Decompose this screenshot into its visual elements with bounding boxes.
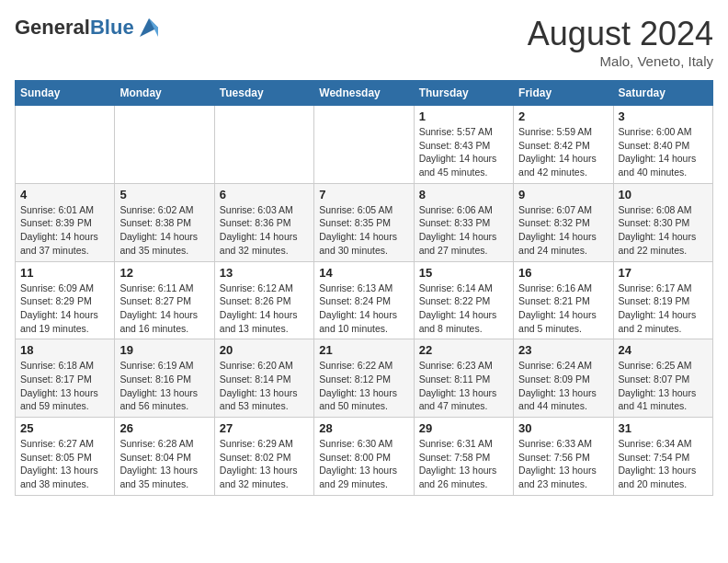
calendar-cell (115, 106, 214, 184)
day-detail: Sunrise: 6:27 AMSunset: 8:05 PMDaylight:… (20, 437, 109, 491)
day-detail: Sunrise: 6:18 AMSunset: 8:17 PMDaylight:… (20, 359, 109, 413)
logo: GeneralBlue (15, 15, 162, 40)
day-detail: Sunrise: 6:20 AMSunset: 8:14 PMDaylight:… (220, 359, 309, 413)
day-detail: Sunrise: 6:30 AMSunset: 8:00 PMDaylight:… (319, 437, 408, 491)
col-header-thursday: Thursday (414, 81, 513, 106)
calendar-cell: 15Sunrise: 6:14 AMSunset: 8:22 PMDayligh… (414, 261, 513, 339)
calendar-cell: 28Sunrise: 6:30 AMSunset: 8:00 PMDayligh… (314, 418, 414, 496)
calendar-week-row: 18Sunrise: 6:18 AMSunset: 8:17 PMDayligh… (16, 339, 713, 418)
calendar-cell (16, 106, 115, 184)
col-header-saturday: Saturday (613, 81, 712, 106)
calendar-cell: 3Sunrise: 6:00 AMSunset: 8:40 PMDaylight… (613, 106, 712, 184)
month-title: August 2024 (528, 15, 713, 53)
day-detail: Sunrise: 5:59 AMSunset: 8:42 PMDaylight:… (518, 125, 608, 179)
day-number: 19 (119, 343, 209, 357)
day-detail: Sunrise: 6:25 AMSunset: 8:07 PMDaylight:… (619, 359, 708, 413)
day-number: 17 (619, 266, 708, 280)
day-number: 27 (220, 421, 309, 435)
day-number: 23 (518, 343, 608, 357)
calendar-cell: 21Sunrise: 6:22 AMSunset: 8:12 PMDayligh… (314, 339, 414, 418)
col-header-sunday: Sunday (16, 81, 115, 106)
calendar-cell: 2Sunrise: 5:59 AMSunset: 8:42 PMDaylight… (514, 106, 613, 184)
calendar-cell: 14Sunrise: 6:13 AMSunset: 8:24 PMDayligh… (314, 261, 414, 339)
calendar-cell: 30Sunrise: 6:33 AMSunset: 7:56 PMDayligh… (514, 418, 613, 496)
day-detail: Sunrise: 6:02 AMSunset: 8:38 PMDaylight:… (119, 203, 209, 258)
day-number: 24 (619, 343, 708, 357)
logo-icon (136, 15, 162, 40)
calendar-cell: 25Sunrise: 6:27 AMSunset: 8:05 PMDayligh… (16, 418, 115, 496)
col-header-monday: Monday (115, 81, 214, 106)
calendar-header-row: SundayMondayTuesdayWednesdayThursdayFrid… (16, 81, 713, 106)
calendar-cell: 4Sunrise: 6:01 AMSunset: 8:39 PMDaylight… (16, 183, 115, 261)
col-header-friday: Friday (514, 81, 613, 106)
day-number: 25 (20, 421, 109, 435)
day-number: 18 (20, 343, 109, 357)
day-number: 16 (518, 266, 608, 280)
calendar-cell: 23Sunrise: 6:24 AMSunset: 8:09 PMDayligh… (514, 339, 613, 418)
day-detail: Sunrise: 6:05 AMSunset: 8:35 PMDaylight:… (319, 203, 408, 258)
day-detail: Sunrise: 6:34 AMSunset: 7:54 PMDaylight:… (619, 437, 708, 491)
logo-general: General (15, 16, 90, 39)
day-detail: Sunrise: 6:28 AMSunset: 8:04 PMDaylight:… (119, 437, 209, 491)
calendar-cell: 27Sunrise: 6:29 AMSunset: 8:02 PMDayligh… (214, 418, 313, 496)
day-number: 2 (518, 109, 608, 123)
calendar-cell: 10Sunrise: 6:08 AMSunset: 8:30 PMDayligh… (613, 183, 712, 261)
day-number: 21 (319, 343, 408, 357)
day-number: 13 (220, 266, 309, 280)
day-detail: Sunrise: 6:17 AMSunset: 8:19 PMDaylight:… (619, 282, 708, 336)
calendar-week-row: 4Sunrise: 6:01 AMSunset: 8:39 PMDaylight… (16, 183, 713, 261)
day-detail: Sunrise: 6:03 AMSunset: 8:36 PMDaylight:… (220, 203, 309, 258)
day-number: 14 (319, 266, 408, 280)
calendar-cell: 13Sunrise: 6:12 AMSunset: 8:26 PMDayligh… (214, 261, 313, 339)
day-detail: Sunrise: 6:11 AMSunset: 8:27 PMDaylight:… (119, 282, 209, 336)
day-detail: Sunrise: 6:06 AMSunset: 8:33 PMDaylight:… (419, 203, 508, 258)
day-detail: Sunrise: 6:33 AMSunset: 7:56 PMDaylight:… (518, 437, 608, 491)
day-detail: Sunrise: 6:14 AMSunset: 8:22 PMDaylight:… (419, 282, 508, 336)
location-subtitle: Malo, Veneto, Italy (528, 53, 713, 69)
calendar-cell: 29Sunrise: 6:31 AMSunset: 7:58 PMDayligh… (414, 418, 513, 496)
calendar-cell: 26Sunrise: 6:28 AMSunset: 8:04 PMDayligh… (115, 418, 214, 496)
calendar-cell (314, 106, 414, 184)
calendar-cell: 5Sunrise: 6:02 AMSunset: 8:38 PMDaylight… (115, 183, 214, 261)
day-detail: Sunrise: 6:22 AMSunset: 8:12 PMDaylight:… (319, 359, 408, 413)
day-number: 22 (419, 343, 508, 357)
day-detail: Sunrise: 6:23 AMSunset: 8:11 PMDaylight:… (419, 359, 508, 413)
day-number: 26 (119, 421, 209, 435)
day-detail: Sunrise: 6:00 AMSunset: 8:40 PMDaylight:… (619, 125, 708, 179)
calendar-cell (214, 106, 313, 184)
day-detail: Sunrise: 6:08 AMSunset: 8:30 PMDaylight:… (619, 203, 708, 258)
day-number: 3 (619, 109, 708, 123)
day-number: 20 (220, 343, 309, 357)
calendar-cell: 1Sunrise: 5:57 AMSunset: 8:43 PMDaylight… (414, 106, 513, 184)
day-number: 5 (119, 188, 209, 201)
day-number: 8 (419, 188, 508, 201)
calendar-cell: 8Sunrise: 6:06 AMSunset: 8:33 PMDaylight… (414, 183, 513, 261)
calendar-week-row: 25Sunrise: 6:27 AMSunset: 8:05 PMDayligh… (16, 418, 713, 496)
day-detail: Sunrise: 6:13 AMSunset: 8:24 PMDaylight:… (319, 282, 408, 336)
calendar-cell: 20Sunrise: 6:20 AMSunset: 8:14 PMDayligh… (214, 339, 313, 418)
calendar-cell: 17Sunrise: 6:17 AMSunset: 8:19 PMDayligh… (613, 261, 712, 339)
calendar-cell: 11Sunrise: 6:09 AMSunset: 8:29 PMDayligh… (16, 261, 115, 339)
calendar-week-row: 11Sunrise: 6:09 AMSunset: 8:29 PMDayligh… (16, 261, 713, 339)
day-number: 28 (319, 421, 408, 435)
day-detail: Sunrise: 6:16 AMSunset: 8:21 PMDaylight:… (518, 282, 608, 336)
day-detail: Sunrise: 6:29 AMSunset: 8:02 PMDaylight:… (220, 437, 309, 491)
calendar-cell: 6Sunrise: 6:03 AMSunset: 8:36 PMDaylight… (214, 183, 313, 261)
calendar-cell: 24Sunrise: 6:25 AMSunset: 8:07 PMDayligh… (613, 339, 712, 418)
logo-blue: Blue (90, 16, 134, 39)
day-detail: Sunrise: 5:57 AMSunset: 8:43 PMDaylight:… (419, 125, 508, 179)
day-number: 29 (419, 421, 508, 435)
col-header-tuesday: Tuesday (214, 81, 313, 106)
calendar-cell: 22Sunrise: 6:23 AMSunset: 8:11 PMDayligh… (414, 339, 513, 418)
day-detail: Sunrise: 6:01 AMSunset: 8:39 PMDaylight:… (20, 203, 109, 258)
col-header-wednesday: Wednesday (314, 81, 414, 106)
day-number: 10 (619, 188, 708, 201)
day-detail: Sunrise: 6:19 AMSunset: 8:16 PMDaylight:… (119, 359, 209, 413)
day-number: 30 (518, 421, 608, 435)
day-number: 6 (220, 188, 309, 201)
day-number: 11 (20, 266, 109, 280)
calendar-table: SundayMondayTuesdayWednesdayThursdayFrid… (15, 80, 713, 496)
calendar-cell: 31Sunrise: 6:34 AMSunset: 7:54 PMDayligh… (613, 418, 712, 496)
day-detail: Sunrise: 6:09 AMSunset: 8:29 PMDaylight:… (20, 282, 109, 336)
day-number: 12 (119, 266, 209, 280)
